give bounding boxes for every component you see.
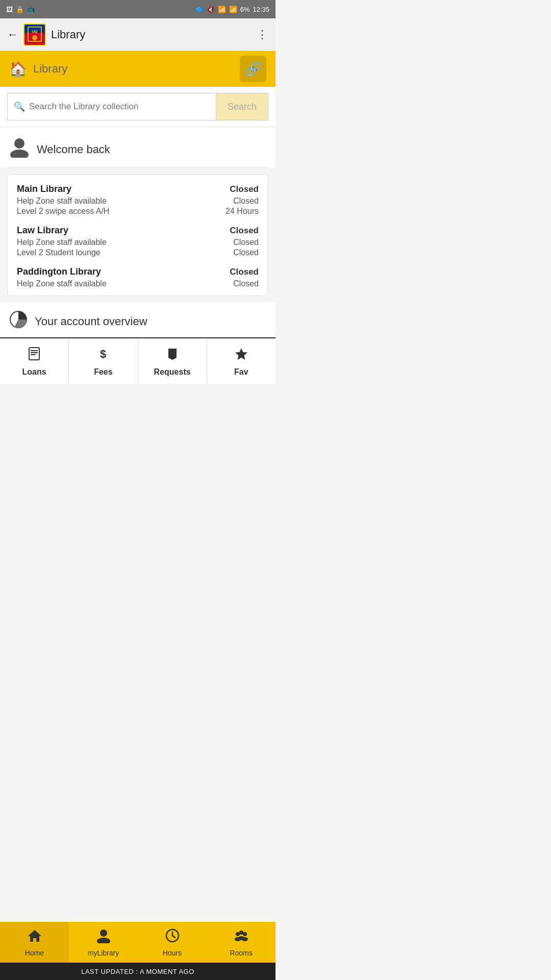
banner-link-button[interactable]: 🔗 [240, 56, 266, 82]
requests-label: Requests [154, 368, 191, 377]
banner-text: Library [33, 62, 67, 76]
svg-point-4 [32, 35, 37, 40]
law-library-status: Closed [230, 226, 259, 236]
header-title: Library [51, 28, 85, 41]
main-library-name: Main Library [17, 184, 71, 194]
welcome-section: Welcome back [0, 127, 276, 167]
tab-fav[interactable]: Fav [207, 338, 276, 384]
battery-label: 6% [240, 6, 250, 13]
law-sub-row-0: Help Zone staff available Closed [17, 238, 259, 247]
library-entry-law: Law Library Closed Help Zone staff avail… [17, 225, 259, 257]
main-sub-row-1: Level 2 swipe access A/H 24 Hours [17, 207, 259, 216]
main-sub-label-0: Help Zone staff available [17, 197, 107, 206]
paddington-library-status: Closed [230, 267, 259, 277]
law-library-name: Law Library [17, 225, 68, 236]
search-input-wrapper: 🔍 [7, 93, 216, 120]
library-entry-main: Main Library Closed Help Zone staff avai… [17, 184, 259, 216]
svg-rect-10 [31, 352, 38, 353]
svg-rect-8 [29, 348, 39, 360]
status-icons-left: 🖼 🔒 📺 [6, 6, 35, 13]
law-sub-status-1: Closed [233, 248, 259, 257]
account-overview-title: Your account overview [35, 315, 147, 328]
svg-rect-11 [31, 354, 36, 355]
paddington-sub-row-0: Help Zone staff available Closed [17, 279, 259, 288]
fav-label: Fav [234, 368, 248, 377]
screen-icon: 📺 [27, 6, 35, 13]
library-entry-paddington: Paddington Library Closed Help Zone staf… [17, 266, 259, 288]
loans-icon [27, 347, 41, 364]
search-button[interactable]: Search [216, 93, 268, 120]
library-logo: UQ [23, 23, 46, 46]
svg-rect-9 [31, 350, 38, 351]
more-menu-button[interactable]: ⋮ [257, 28, 268, 41]
fav-icon [234, 347, 248, 364]
svg-point-5 [14, 138, 24, 149]
banner-home-icon: 🏠 [9, 61, 27, 78]
main-sub-status-0: Closed [233, 197, 259, 206]
status-bar: 🖼 🔒 📺 🔷 🔇 📶 📶 6% 12:35 [0, 0, 276, 18]
fees-icon: $ [96, 347, 110, 364]
account-overview-section: Your account overview [0, 302, 276, 337]
law-sub-label-0: Help Zone staff available [17, 238, 107, 247]
tab-loans[interactable]: Loans [0, 338, 69, 384]
svg-marker-13 [235, 348, 247, 360]
lock-icon: 🔒 [16, 6, 24, 13]
app-header: ← UQ Library ⋮ [0, 18, 276, 51]
wifi-icon: 📶 [218, 6, 226, 13]
link-icon: 🔗 [245, 61, 261, 77]
requests-icon [165, 347, 180, 364]
divider-welcome [7, 167, 268, 168]
welcome-text: Welcome back [37, 143, 110, 156]
account-tabs: Loans $ Fees Requests Fav [0, 337, 276, 384]
main-sub-label-1: Level 2 swipe access A/H [17, 207, 109, 216]
law-sub-status-0: Closed [233, 238, 259, 247]
status-icons-right: 🔷 🔇 📶 📶 6% 12:35 [195, 6, 269, 13]
main-sub-row-0: Help Zone staff available Closed [17, 197, 259, 206]
main-library-status: Closed [230, 184, 259, 194]
main-sub-status-1: 24 Hours [226, 207, 259, 216]
paddington-library-name: Paddington Library [17, 266, 101, 277]
paddington-sub-label-0: Help Zone staff available [17, 279, 107, 288]
paddington-library-row: Paddington Library Closed [17, 266, 259, 277]
law-library-row: Law Library Closed [17, 225, 259, 236]
tab-fees[interactable]: $ Fees [69, 338, 138, 384]
search-input[interactable] [29, 102, 210, 112]
main-library-row: Main Library Closed [17, 184, 259, 194]
svg-text:UQ: UQ [32, 30, 38, 34]
back-button[interactable]: ← [7, 28, 18, 41]
loans-label: Loans [22, 368, 46, 377]
banner-left-section: 🏠 Library [9, 61, 67, 78]
law-sub-row-1: Level 2 Student lounge Closed [17, 248, 259, 257]
svg-text:$: $ [100, 348, 106, 360]
user-icon [9, 136, 30, 162]
header-left: ← UQ Library [7, 23, 85, 46]
search-section: 🔍 Search [0, 87, 276, 127]
svg-point-6 [10, 150, 29, 158]
paddington-sub-status-0: Closed [233, 279, 259, 288]
library-hours-card: Main Library Closed Help Zone staff avai… [7, 174, 268, 296]
tab-requests[interactable]: Requests [138, 338, 207, 384]
law-sub-label-1: Level 2 Student lounge [17, 248, 101, 257]
time-label: 12:35 [253, 6, 269, 13]
image-icon: 🖼 [6, 6, 13, 13]
fees-label: Fees [94, 368, 112, 377]
chart-icon [9, 310, 28, 333]
signal-icon: 📶 [229, 6, 237, 13]
mute-icon: 🔇 [207, 6, 215, 13]
bluetooth-icon: 🔷 [195, 6, 204, 13]
home-banner: 🏠 Library 🔗 [0, 51, 276, 87]
logo-inner: UQ [26, 24, 44, 45]
search-icon: 🔍 [14, 101, 25, 112]
